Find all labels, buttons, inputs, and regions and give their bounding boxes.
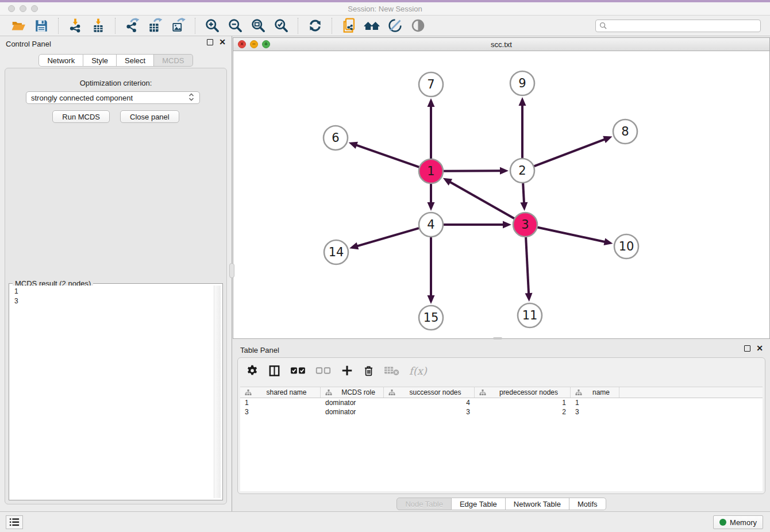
zoom-fit-icon[interactable] xyxy=(249,17,267,34)
main-area: Control Panel ✕ NetworkStyleSelectMCDS O… xyxy=(0,36,770,511)
table-cell[interactable]: dominator xyxy=(321,398,384,407)
arrowhead-4-3 xyxy=(503,221,511,229)
table-cell[interactable]: 3 xyxy=(384,407,475,417)
table-cell[interactable]: 3 xyxy=(571,407,619,417)
table-cell[interactable]: dominator xyxy=(321,407,384,417)
graph-node-label-1: 1 xyxy=(427,164,434,178)
table-cell[interactable]: 1 xyxy=(571,398,619,407)
column-layout-icon[interactable] xyxy=(268,364,281,377)
arrowhead-4-14 xyxy=(349,242,359,249)
tab-mcds[interactable]: MCDS xyxy=(154,54,192,67)
tab-edge-table[interactable]: Edge Table xyxy=(452,498,506,510)
import-table-icon[interactable] xyxy=(90,17,107,34)
float-panel-icon[interactable] xyxy=(207,39,213,45)
memory-label: Memory xyxy=(730,518,757,527)
column-header-name[interactable]: name xyxy=(571,387,619,398)
toolbar-separator xyxy=(58,18,59,34)
tab-network[interactable]: Network xyxy=(38,54,83,67)
open-file-icon[interactable] xyxy=(10,17,27,34)
column-type-icon xyxy=(575,389,582,396)
splitter-handle[interactable] xyxy=(229,263,234,278)
close-table-panel-icon[interactable]: ✕ xyxy=(756,345,763,352)
column-header-shared-name[interactable]: shared name xyxy=(240,387,321,398)
edge-2-8[interactable] xyxy=(534,139,606,166)
network-graph[interactable]: 7968124314101511 xyxy=(233,51,769,338)
style-icon[interactable] xyxy=(386,17,403,34)
edge-2-3[interactable] xyxy=(523,183,524,203)
memory-button[interactable]: Memory xyxy=(713,515,763,529)
result-scrollbar[interactable] xyxy=(214,286,221,498)
column-type-icon xyxy=(325,389,332,396)
search-icon xyxy=(599,22,607,29)
tab-network-table[interactable]: Network Table xyxy=(506,498,569,510)
export-network-icon[interactable] xyxy=(124,17,141,34)
control-panel: Control Panel ✕ NetworkStyleSelectMCDS O… xyxy=(0,36,232,511)
memory-status-icon xyxy=(719,519,726,526)
edge-3-11[interactable] xyxy=(526,237,529,294)
zoom-selected-icon[interactable] xyxy=(272,17,290,34)
search-field[interactable] xyxy=(595,20,761,32)
network-window-titlebar[interactable]: ×−+ scc.txt xyxy=(233,38,769,51)
status-bar: Memory xyxy=(0,511,770,532)
delete-row-icon[interactable] xyxy=(363,364,375,377)
arrowhead-2-9 xyxy=(519,97,526,106)
share-session-icon[interactable] xyxy=(340,17,357,34)
edge-1-2[interactable] xyxy=(443,171,501,171)
network-window-title: scc.txt xyxy=(233,40,769,49)
table-cell[interactable]: 1 xyxy=(475,398,571,407)
gear-icon[interactable] xyxy=(246,364,259,377)
run-mcds-button[interactable]: Run MCDS xyxy=(52,110,110,123)
table-cell[interactable]: 2 xyxy=(475,407,571,417)
arrowhead-2-8 xyxy=(603,136,612,143)
main-toolbar xyxy=(0,16,770,36)
float-table-panel-icon[interactable] xyxy=(744,345,750,352)
close-panel-button[interactable]: Close panel xyxy=(120,110,179,123)
export-image-icon[interactable] xyxy=(170,17,187,34)
tab-style[interactable]: Style xyxy=(83,54,117,67)
edge-3-10[interactable] xyxy=(537,227,606,242)
column-header-predecessor-nodes[interactable]: predecessor nodes xyxy=(475,387,571,398)
mcds-result-text[interactable]: 13 xyxy=(11,286,221,498)
zoom-out-icon[interactable] xyxy=(226,17,244,34)
arrowhead-2-3 xyxy=(520,202,528,211)
refresh-icon[interactable] xyxy=(306,17,324,34)
mcds-panel-body: Optimization criterion: strongly connect… xyxy=(5,68,227,504)
optimization-label: Optimization criterion: xyxy=(5,79,226,87)
network-view-window: ×−+ scc.txt 7968124314101511 xyxy=(233,37,770,339)
node-table[interactable]: shared nameMCDS rolesuccessor nodesprede… xyxy=(240,387,763,491)
search-input[interactable] xyxy=(609,22,757,30)
task-history-button[interactable] xyxy=(6,515,23,529)
edge-4-14[interactable] xyxy=(357,228,419,246)
tab-motifs[interactable]: Motifs xyxy=(569,498,606,510)
import-network-icon[interactable] xyxy=(67,17,84,34)
export-table-icon[interactable] xyxy=(147,17,164,34)
task-list-icon xyxy=(8,517,21,527)
home-icon[interactable] xyxy=(363,17,380,34)
table-row[interactable]: 1dominator411 xyxy=(240,398,763,407)
network-canvas[interactable]: 7968124314101511 xyxy=(233,51,769,338)
deselect-all-icon[interactable] xyxy=(315,365,332,376)
optimization-dropdown[interactable]: strongly connected component xyxy=(26,91,200,104)
tab-select[interactable]: Select xyxy=(117,54,154,67)
arrowhead-1-2 xyxy=(500,167,509,175)
edge-3-1[interactable] xyxy=(449,182,515,218)
table-cell[interactable]: 1 xyxy=(240,398,321,407)
control-panel-tabs: NetworkStyleSelectMCDS xyxy=(0,54,232,67)
table-cell[interactable]: 3 xyxy=(240,407,321,417)
table-cell[interactable]: 4 xyxy=(384,398,475,407)
table-row[interactable]: 3dominator323 xyxy=(240,407,763,417)
column-header-successor-nodes[interactable]: successor nodes xyxy=(384,387,475,398)
add-row-icon[interactable] xyxy=(341,364,353,377)
select-all-icon[interactable] xyxy=(290,365,306,376)
arrowhead-3-11 xyxy=(525,293,533,302)
save-session-icon[interactable] xyxy=(33,17,50,34)
arrowhead-4-15 xyxy=(428,295,435,304)
close-panel-icon[interactable]: ✕ xyxy=(219,39,226,45)
canvas-resize-handle[interactable] xyxy=(493,337,502,340)
eye-icon[interactable] xyxy=(409,17,426,34)
zoom-in-icon[interactable] xyxy=(203,17,221,34)
edge-1-6[interactable] xyxy=(356,145,419,167)
graph-node-label-2: 2 xyxy=(518,164,526,178)
column-header-MCDS-role[interactable]: MCDS role xyxy=(321,387,384,398)
tab-node-table[interactable]: Node Table xyxy=(396,498,452,510)
